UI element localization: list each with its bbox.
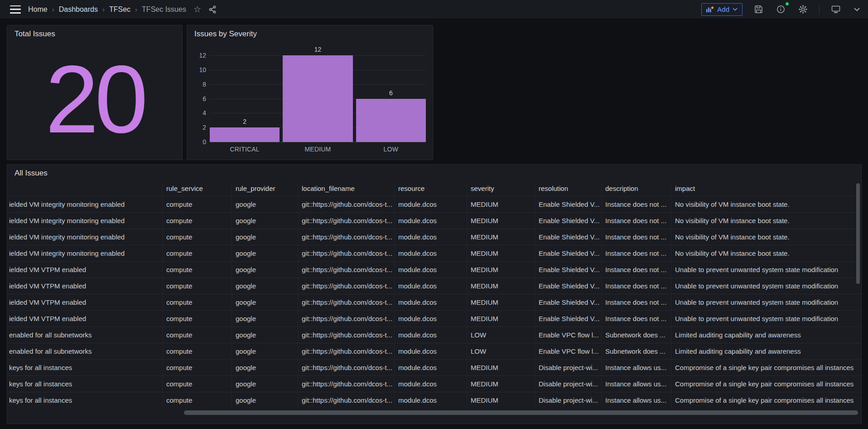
bar-medium[interactable] (283, 55, 352, 142)
table-cell: keys for all instances (7, 376, 163, 392)
table-cell: module.dcos (395, 245, 467, 261)
table-cell: No visibility of VM instance boot state. (671, 213, 861, 229)
vertical-scrollbar[interactable] (856, 183, 860, 284)
breadcrumb-separator: › (135, 5, 137, 13)
add-panel-button[interactable]: Add (701, 3, 743, 16)
tv-icon[interactable] (829, 3, 842, 15)
table-cell: Limited auditing capability and awarenes… (671, 343, 861, 359)
table-cell: git::https://github.com/dcos-t... (298, 229, 395, 245)
table-cell: Enable Shielded V... (535, 311, 602, 327)
table-cell: google (232, 392, 298, 408)
table-cell: google (232, 262, 298, 278)
table-cell: google (232, 360, 298, 375)
column-header[interactable]: resource (395, 181, 467, 196)
table-cell: Enable Shielded V... (535, 262, 602, 278)
table-cell: keys for all instances (7, 392, 163, 408)
table-cell: compute (163, 229, 232, 245)
table-cell: ielded VM integrity monitoring enabled (7, 229, 163, 245)
bar-value-label: 2 (210, 118, 280, 125)
table-cell: git::https://github.com/dcos-t... (298, 343, 395, 359)
y-axis-tick: 8 (193, 80, 206, 88)
bar-low[interactable] (356, 99, 426, 142)
table-cell: Enable VPC flow l... (535, 343, 602, 359)
breadcrumb-dashboards[interactable]: Dashboards (59, 5, 98, 14)
table-cell: Instance does not ... (602, 311, 671, 327)
table-cell: git::https://github.com/dcos-t... (298, 327, 395, 343)
breadcrumb-tfsec[interactable]: TFSec (109, 5, 130, 14)
table-cell: compute (163, 327, 232, 343)
table-cell: MEDIUM (467, 229, 535, 245)
panel-title[interactable]: Issues by Severity (187, 25, 433, 39)
table-cell: Enable Shielded V... (535, 229, 602, 245)
table-cell: git::https://github.com/dcos-t... (298, 213, 395, 229)
table-cell: git::https://github.com/dcos-t... (298, 294, 395, 310)
table-cell: ielded VM integrity monitoring enabled (7, 245, 163, 261)
table-cell: Limited auditing capability and awarenes… (671, 327, 861, 343)
bar-chart-plus-icon (706, 6, 714, 13)
bar-value-label: 12 (283, 46, 352, 53)
breadcrumb-home[interactable]: Home (28, 5, 48, 14)
column-header[interactable]: resolution (535, 181, 602, 196)
table-cell: Enable Shielded V... (535, 245, 602, 261)
column-header[interactable]: location_filename (298, 181, 395, 196)
table-cell: MEDIUM (467, 196, 535, 212)
horizontal-scrollbar[interactable] (184, 410, 858, 415)
table-row: ielded VM VTPM enabledcomputegooglegit::… (7, 278, 861, 294)
info-icon[interactable] (775, 3, 787, 15)
table-cell: MEDIUM (467, 376, 535, 392)
table-cell: compute (163, 392, 232, 408)
table-cell: Instance does not ... (602, 294, 671, 310)
table-cell: compute (163, 213, 232, 229)
table-cell: keys for all instances (7, 360, 163, 375)
panel-title[interactable]: All Issues (7, 165, 861, 178)
table-cell: google (232, 294, 298, 310)
panel-total-issues: Total Issues 20 (7, 25, 183, 160)
bar-critical[interactable] (210, 127, 280, 142)
table-cell: ielded VM integrity monitoring enabled (7, 196, 163, 212)
table-cell: google (232, 196, 298, 212)
table-row: ielded VM VTPM enabledcomputegooglegit::… (7, 310, 861, 327)
add-button-label: Add (717, 5, 729, 13)
table-cell: LOW (467, 327, 535, 343)
share-icon[interactable] (207, 4, 218, 15)
table-cell: module.dcos (395, 343, 467, 359)
panel-issues-by-severity: Issues by Severity 024681012 2126 CRITIC… (187, 25, 433, 160)
table-cell: Unable to prevent unwanted system state … (671, 294, 861, 310)
column-header[interactable]: severity (467, 181, 535, 196)
table-cell: compute (163, 196, 232, 212)
table-cell: Disable project-wi... (535, 376, 602, 392)
issues-table: rule_servicerule_providerlocation_filena… (7, 181, 861, 408)
bar-slot: 6 (356, 55, 426, 142)
column-header[interactable]: rule_service (163, 181, 232, 196)
column-header[interactable]: rule_provider (232, 181, 298, 196)
star-glyph: ☆ (193, 5, 201, 14)
table-cell: MEDIUM (467, 262, 535, 278)
x-axis-label: CRITICAL (210, 146, 280, 153)
y-axis-tick: 10 (193, 66, 206, 74)
chevron-down-icon[interactable] (852, 6, 862, 13)
menu-icon[interactable] (10, 5, 21, 14)
table-cell: Unable to prevent unwanted system state … (671, 278, 861, 294)
y-axis-tick: 0 (193, 138, 206, 146)
table-row: ielded VM VTPM enabledcomputegooglegit::… (7, 261, 861, 278)
column-header[interactable] (7, 181, 163, 196)
y-axis-tick: 6 (193, 95, 206, 103)
column-header[interactable]: description (602, 181, 671, 196)
table-cell: Instance allows us... (602, 360, 671, 375)
table-cell: module.dcos (395, 311, 467, 327)
chart-bars: 2126 (210, 55, 426, 142)
settings-icon[interactable] (797, 3, 809, 15)
star-icon[interactable]: ☆ (192, 3, 203, 15)
save-icon[interactable] (752, 3, 765, 15)
column-header[interactable]: impact (671, 181, 861, 196)
table-cell: ielded VM integrity monitoring enabled (7, 213, 163, 229)
table-cell: Enable Shielded V... (535, 196, 602, 212)
table-cell: Instance does not ... (602, 262, 671, 278)
table-cell: git::https://github.com/dcos-t... (298, 196, 395, 212)
chevron-down-icon (733, 8, 738, 11)
table-cell: MEDIUM (467, 245, 535, 261)
table-cell: module.dcos (395, 229, 467, 245)
table-cell: module.dcos (395, 392, 467, 408)
table-cell: google (232, 327, 298, 343)
table-cell: LOW (467, 343, 535, 359)
